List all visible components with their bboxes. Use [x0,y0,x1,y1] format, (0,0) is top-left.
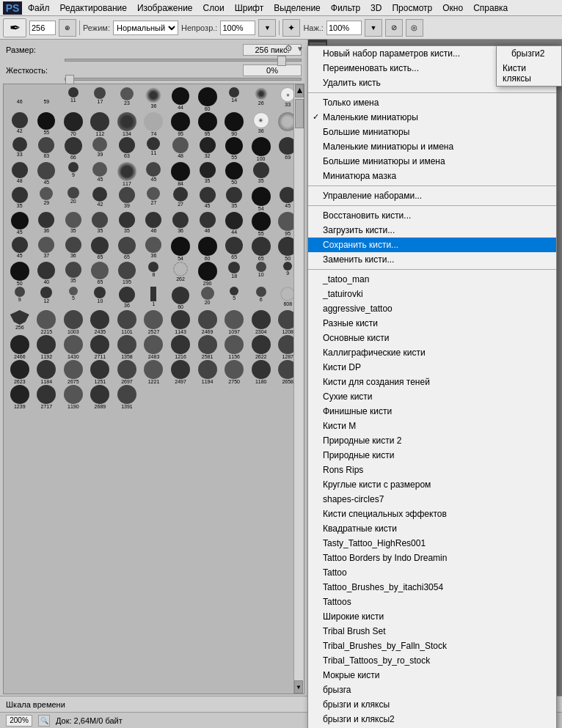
tool-zoom[interactable]: 🔍 [310,342,326,358]
brush-cell[interactable]: 14 [221,87,247,111]
brush-cell[interactable]: 18 [221,262,247,286]
brush-cell[interactable]: 27 [141,187,167,211]
brush-cell[interactable]: 11 [60,87,87,111]
brush-cell[interactable]: 45 [87,162,114,186]
brush-cell[interactable]: 45 [194,187,221,211]
brush-cell[interactable]: 8 [141,262,167,286]
tool-crop[interactable]: ⊡ [310,78,326,94]
flow-arrow[interactable]: ▼ [365,19,382,37]
brush-cell[interactable]: 1391 [114,385,140,409]
brush-cell[interactable]: 55 [221,137,247,161]
brush-cell[interactable]: 35 [194,162,221,186]
brush-cell[interactable]: 9 [7,287,33,309]
tool-clone[interactable]: ⊕ [310,148,326,164]
brush-cell[interactable]: 262 [167,262,194,286]
tablet-btn1[interactable]: ⊘ [385,19,403,37]
brush-cell[interactable]: 2750 [221,360,247,384]
brush-cell[interactable]: 60 [194,87,221,111]
tool-hand[interactable]: ✋ [310,324,326,340]
brush-cell[interactable]: 12 [34,287,60,309]
brush-cell[interactable]: 63 [114,137,140,161]
brush-cell[interactable]: 23 [114,87,140,111]
brush-cell[interactable]: 90 [221,112,247,136]
menu-font[interactable]: Шрифт [230,1,268,15]
brush-cell[interactable]: 36 [114,287,140,309]
brush-cell[interactable]: 65 [114,237,140,261]
brush-cell[interactable]: 35 [60,262,87,286]
tool-eraser[interactable]: ◻ [310,183,326,199]
brush-cell[interactable]: 9 [60,162,87,186]
tool-blur[interactable]: ◎ [310,218,326,235]
brush-cell[interactable]: 65 [87,237,114,261]
brush-cell[interactable]: 2711 [87,335,114,359]
tool-healing[interactable]: ✚ [310,113,326,129]
tool-text[interactable]: T [310,271,326,287]
brush-cell[interactable]: 84 [167,162,194,186]
brush-cell[interactable]: 35 [60,212,87,236]
brush-cell[interactable]: 50 [7,262,33,286]
brush-cell[interactable]: 45 [7,237,33,261]
brush-size-input[interactable] [29,21,56,35]
brush-cell[interactable]: 100 [248,137,274,161]
brush-cell[interactable]: 48 [7,162,33,186]
brush-cell[interactable]: 1239 [7,385,33,409]
brush-cell[interactable]: 1194 [194,360,221,384]
tool-pen[interactable]: ✎ [310,254,326,270]
menu-edit[interactable]: Редактирование [56,1,131,15]
brush-cell[interactable]: 95 [194,112,221,136]
brush-cell[interactable]: 2466 [7,335,33,359]
brush-cell[interactable]: 2304 [248,310,274,334]
brush-cell[interactable]: 35 [248,162,274,186]
tablet-btn2[interactable]: ◎ [406,19,423,37]
opacity-arrow[interactable]: ▼ [258,19,276,37]
brush-cell[interactable]: 1180 [248,360,274,384]
brush-cell[interactable]: 1216 [167,335,194,359]
brush-cell[interactable]: 20 [60,187,87,211]
brush-cell[interactable]: 2497 [167,360,194,384]
zoom-level[interactable]: 200% [6,715,32,727]
brush-cell[interactable]: 112 [87,112,114,136]
brush-cell[interactable]: 60 [167,287,194,309]
brush-cell[interactable]: 1190 [60,385,87,409]
brush-cell[interactable]: 35 [114,212,140,236]
tool-brush[interactable]: ✒ [310,130,326,147]
brush-cell[interactable]: 54 [248,187,274,211]
brush-cell[interactable]: 1101 [114,310,140,334]
brush-cell[interactable]: 54 [167,237,194,261]
brush-cell[interactable]: 32 [194,137,221,161]
brush-cell[interactable]: ✳36 [248,112,274,136]
tool-lasso[interactable]: ⊂ [310,60,326,76]
zoom-icon[interactable]: 🔍 [38,715,50,727]
brush-cell[interactable]: 10 [248,262,274,286]
brush-cell[interactable]: 59 [34,87,60,111]
mode-select[interactable]: Нормальный [113,21,178,35]
brush-cell[interactable]: 256 [7,310,33,334]
brush-cell[interactable]: 1184 [34,360,60,384]
tool-history[interactable]: ↩ [310,166,326,182]
brush-cell[interactable]: 35 [87,212,114,236]
brush-cell[interactable]: 40 [34,262,60,286]
brush-cell[interactable]: 2697 [114,360,140,384]
flow-input[interactable] [326,21,362,35]
brush-cell[interactable]: 39 [114,187,140,211]
brush-cell[interactable]: 26 [248,87,274,111]
brush-cell[interactable]: 36 [141,87,167,111]
airbrush-btn[interactable]: ✦ [282,19,300,37]
brush-cell[interactable]: 290 [194,262,221,286]
brush-cell[interactable]: 48 [167,137,194,161]
brush-cell[interactable]: 39 [87,137,114,161]
menu-image[interactable]: Изображение [133,1,197,15]
brush-cell[interactable]: 65 [87,262,114,286]
brush-cell[interactable]: 6 [248,287,274,309]
brush-cell[interactable]: 134 [114,112,140,136]
brush-cell[interactable]: 1192 [34,335,60,359]
brush-cell[interactable]: 17 [87,87,114,111]
brush-cell[interactable]: 1003 [60,310,87,334]
menu-filter[interactable]: Фильтр [326,1,365,15]
brush-cell[interactable]: 44 [221,212,247,236]
brush-cell[interactable]: 60 [194,237,221,261]
brush-cell[interactable]: 29 [34,187,60,211]
brush-cell[interactable]: 2527 [141,310,167,334]
brush-cell[interactable]: 2581 [194,335,221,359]
brush-cell[interactable]: 2675 [60,360,87,384]
